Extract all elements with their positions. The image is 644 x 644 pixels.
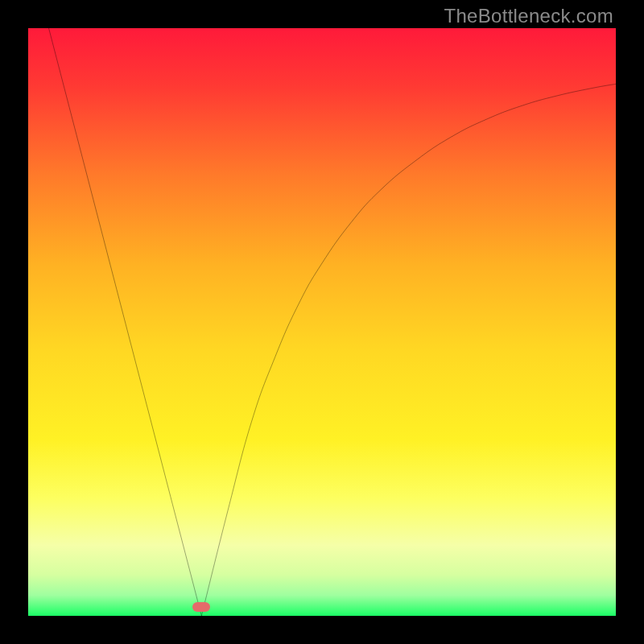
watermark-label: TheBottleneck.com	[444, 5, 613, 27]
optimum-marker	[192, 602, 210, 612]
curve-right	[201, 84, 616, 616]
curve-left	[49, 28, 202, 616]
curve-overlay	[28, 28, 616, 616]
plot-area	[28, 28, 616, 616]
chart-container: TheBottleneck.com	[0, 0, 644, 644]
